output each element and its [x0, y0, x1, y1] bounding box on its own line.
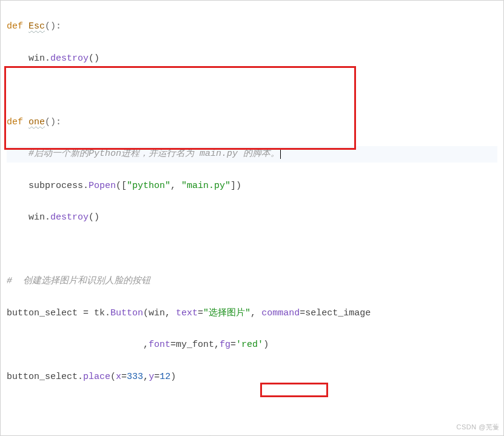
blank-line	[7, 82, 497, 98]
comment: #启动一个新的Python进程，并运行名为 main.py 的脚本。	[7, 149, 280, 159]
code-line: button_select.place(x=333,y=12)	[7, 369, 497, 385]
func-name: one	[29, 117, 45, 127]
blank-line	[7, 401, 497, 417]
code-screenshot: def Esc(): win.destroy() def one(): #启动一…	[0, 0, 504, 436]
code-line: def one():	[7, 115, 497, 130]
code-line: def Esc():	[7, 19, 497, 35]
text-cursor	[280, 149, 281, 159]
code-line: button_select = tk.Button(win, text="选择图…	[7, 306, 497, 321]
code-line: ,font=my_font,fg='red')	[7, 337, 497, 353]
code-line: #启动一个新的Python进程，并运行名为 main.py 的脚本。	[7, 146, 497, 162]
blank-line	[7, 242, 497, 258]
code-block: def Esc(): win.destroy() def one(): #启动一…	[1, 1, 503, 436]
watermark: CSDN @芜蒦	[457, 421, 500, 433]
code-line: button_detect = tk.Button(win, text="识别人…	[7, 433, 497, 436]
code-line: # 创建选择图片和识别人脸的按钮	[7, 273, 497, 289]
func-name: Esc	[29, 21, 45, 32]
code-line: win.destroy()	[7, 210, 497, 226]
keyword-def: def	[7, 117, 23, 127]
comment: # 创建选择图片和识别人脸的按钮	[7, 276, 150, 286]
code-line: subprocess.Popen(["python", "main.py"])	[7, 178, 497, 194]
code-line: win.destroy()	[7, 51, 497, 67]
keyword-def: def	[7, 21, 23, 32]
